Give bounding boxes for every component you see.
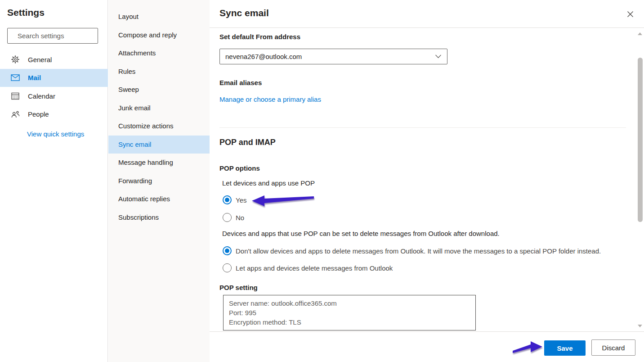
- panel-title: Sync email: [219, 8, 269, 18]
- annotation-arrow-yes: [251, 194, 315, 208]
- panel-scrollbar[interactable]: [636, 28, 644, 331]
- subnav-item-subscriptions[interactable]: Subscriptions: [108, 208, 210, 227]
- radio-yes-label: Yes: [236, 196, 246, 204]
- pop-encryption: Encryption method: TLS: [229, 317, 475, 327]
- subnav-item-rules[interactable]: Rules: [108, 63, 210, 81]
- settings-sidebar: Settings: [0, 0, 108, 362]
- radio-row-dont-allow[interactable]: Don't allow devices and apps to delete m…: [223, 246, 601, 255]
- subnav-item-forwarding[interactable]: Forwarding: [108, 172, 210, 190]
- scrollbar-thumb[interactable]: [638, 58, 643, 222]
- radio-row-no[interactable]: No: [223, 213, 244, 222]
- save-button[interactable]: Save: [544, 340, 586, 356]
- pop-setting-box: Server name: outlook.office365.com Port:…: [223, 295, 476, 330]
- sidebar-nav: General Mail: [0, 50, 108, 123]
- pop-imap-heading: POP and IMAP: [219, 138, 276, 147]
- pop-server-name: Server name: outlook.office365.com: [229, 299, 475, 308]
- settings-search-box[interactable]: [7, 28, 98, 44]
- view-quick-settings-link[interactable]: View quick settings: [27, 130, 84, 138]
- sync-email-panel: Sync email Set default From address neve…: [210, 0, 644, 362]
- sidebar-item-calendar[interactable]: Calendar: [0, 87, 108, 105]
- subnav-item-junk-email[interactable]: Junk email: [108, 99, 210, 118]
- settings-heading: Settings: [7, 7, 45, 18]
- pop-options-label: POP options: [219, 164, 260, 172]
- subnav-item-sweep[interactable]: Sweep: [108, 81, 210, 99]
- sidebar-item-label: Mail: [28, 74, 41, 81]
- from-address-value: nevena267@outlook.com: [225, 53, 302, 60]
- scrollbar-up-icon[interactable]: [638, 32, 642, 35]
- radio-dont-allow-label: Don't allow devices and apps to delete m…: [236, 247, 601, 255]
- people-icon: [11, 111, 20, 118]
- radio-no-label: No: [236, 214, 244, 222]
- subnav-item-sync-email[interactable]: Sync email: [108, 136, 210, 154]
- email-aliases-heading: Email aliases: [219, 79, 262, 86]
- use-pop-label: Let devices and apps use POP: [222, 179, 315, 187]
- from-address-dropdown[interactable]: nevena267@outlook.com: [219, 49, 447, 64]
- subnav-item-layout[interactable]: Layout: [108, 8, 210, 26]
- radio-dont-allow[interactable]: [223, 246, 232, 255]
- sidebar-item-mail[interactable]: Mail: [0, 69, 108, 87]
- sidebar-item-people[interactable]: People: [0, 105, 108, 124]
- section-divider: [219, 127, 626, 128]
- mail-settings-subnav: Layout Compose and reply Attachments Rul…: [108, 0, 210, 362]
- chevron-down-icon: [435, 54, 442, 59]
- radio-row-let-delete[interactable]: Let apps and devices delete messages fro…: [223, 263, 393, 272]
- mail-icon: [11, 74, 20, 81]
- panel-footer: Save Discard: [210, 331, 644, 362]
- close-button[interactable]: [626, 9, 635, 18]
- default-from-heading: Set default From address: [219, 33, 300, 41]
- pop-port: Port: 995: [229, 308, 475, 317]
- pop-setting-label: POP setting: [219, 284, 258, 291]
- close-icon: [627, 11, 634, 18]
- manage-alias-link[interactable]: Manage or choose a primary alias: [219, 95, 321, 103]
- sidebar-item-label: General: [28, 56, 52, 63]
- radio-let-delete-label: Let apps and devices delete messages fro…: [236, 264, 393, 272]
- pop-delete-question: Devices and apps that use POP can be set…: [222, 230, 500, 237]
- settings-dialog: Settings: [0, 0, 644, 362]
- subnav-item-attachments[interactable]: Attachments: [108, 44, 210, 63]
- subnav-item-automatic-replies[interactable]: Automatic replies: [108, 190, 210, 208]
- sidebar-item-label: Calendar: [28, 92, 55, 100]
- radio-let-delete[interactable]: [223, 263, 232, 272]
- subnav-item-compose-and-reply[interactable]: Compose and reply: [108, 26, 210, 45]
- radio-yes[interactable]: [223, 195, 232, 204]
- subnav-item-customize-actions[interactable]: Customize actions: [108, 117, 210, 136]
- calendar-icon: [11, 92, 20, 100]
- discard-button[interactable]: Discard: [591, 339, 635, 356]
- sidebar-item-general[interactable]: General: [0, 50, 108, 69]
- search-input[interactable]: [18, 32, 107, 40]
- radio-row-yes[interactable]: Yes: [223, 195, 246, 204]
- sidebar-item-label: People: [28, 110, 49, 118]
- radio-no[interactable]: [223, 213, 232, 222]
- header-divider: [210, 27, 644, 28]
- scrollbar-down-icon[interactable]: [638, 325, 642, 327]
- subnav-item-message-handling[interactable]: Message handling: [108, 154, 210, 172]
- gear-icon: [11, 55, 20, 64]
